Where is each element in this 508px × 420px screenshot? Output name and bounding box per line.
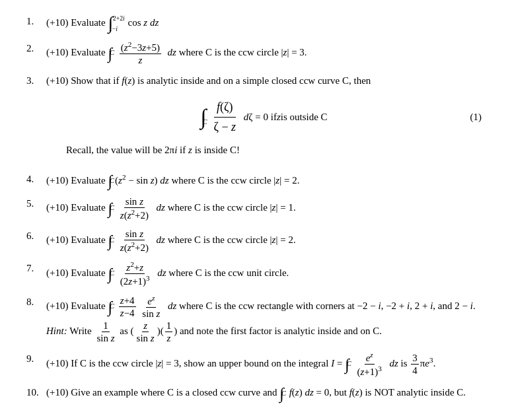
problem-8-number: 8. (26, 294, 46, 310)
problem-2-content: (+10) Evaluate ∫C (z2−3z+5) z dz where C… (46, 40, 482, 66)
problem-2-points: (+10) (46, 47, 68, 57)
problem-7-points: (+10) (46, 267, 68, 278)
problem-3-points: (+10) (46, 75, 68, 86)
problem-9-number: 9. (26, 351, 46, 367)
problem-1-number: 1. (26, 13, 46, 29)
problem-6-content: (+10) Evaluate ∫C sin z z(z2+2) dz where… (46, 228, 482, 254)
problem-1-points: (+10) (46, 17, 68, 28)
problem-9-content: (+10) If C is the ccw circle |z| = 3, sh… (46, 351, 482, 378)
problem-3: 3. (+10) Show that if f(z) is analytic i… (26, 73, 482, 164)
formula-cauchy: ∫ C f(ζ) ζ − z dζ = 0 if z is outside C … (46, 98, 482, 137)
problem-8: 8. (+10) Evaluate ∫C z+4 z−4 ez sin z dz… (26, 294, 482, 344)
eq-number: (1) (470, 109, 482, 125)
problem-10-points: (+10) (46, 387, 68, 398)
problem-5-number: 5. (26, 195, 46, 211)
problem-10-content: (+10) Give an example where C is a close… (46, 384, 482, 402)
problem-6: 6. (+10) Evaluate ∫C sin z z(z2+2) dz wh… (26, 228, 482, 254)
problem-4-content: (+10) Evaluate ∫C (z2 − sin z) dz where … (46, 171, 482, 190)
problem-3-content: (+10) Show that if f(z) is analytic insi… (46, 73, 482, 164)
problem-2: 2. (+10) Evaluate ∫C (z2−3z+5) z dz wher… (26, 40, 482, 66)
problem-9: 9. (+10) If C is the ccw circle |z| = 3,… (26, 351, 482, 378)
problem-7-content: (+10) Evaluate ∫C z2+z (2z+1)3 dz where … (46, 260, 482, 287)
problem-4-number: 4. (26, 171, 46, 187)
problem-2-number: 2. (26, 40, 46, 56)
problem-10-number: 10. (26, 384, 46, 400)
problem-8-content: (+10) Evaluate ∫C z+4 z−4 ez sin z dz wh… (46, 294, 482, 344)
recall-text: Recall, the value will be 2πi if z is in… (66, 142, 482, 158)
problem-8-points: (+10) (46, 300, 68, 311)
problem-5-points: (+10) (46, 202, 68, 213)
problem-1: 1. (+10) Evaluate ∫ 2+2i 1−i cos z dz (26, 13, 482, 34)
problem-4: 4. (+10) Evaluate ∫C (z2 − sin z) dz whe… (26, 171, 482, 190)
problem-6-number: 6. (26, 228, 46, 244)
problem-7-number: 7. (26, 260, 46, 276)
problem-4-points: (+10) (46, 175, 68, 186)
problem-1-content: (+10) Evaluate ∫ 2+2i 1−i cos z dz (46, 13, 482, 34)
problem-10: 10. (+10) Give an example where C is a c… (26, 384, 482, 402)
problem-6-points: (+10) (46, 234, 68, 245)
problem-5: 5. (+10) Evaluate ∫C sin z z(z2+2) dz wh… (26, 195, 482, 221)
problem-3-number: 3. (26, 73, 46, 88)
problem-9-points: (+10) (46, 358, 68, 368)
problem-5-content: (+10) Evaluate ∫C sin z z(z2+2) dz where… (46, 195, 482, 221)
problem-7: 7. (+10) Evaluate ∫C z2+z (2z+1)3 dz whe… (26, 260, 482, 287)
